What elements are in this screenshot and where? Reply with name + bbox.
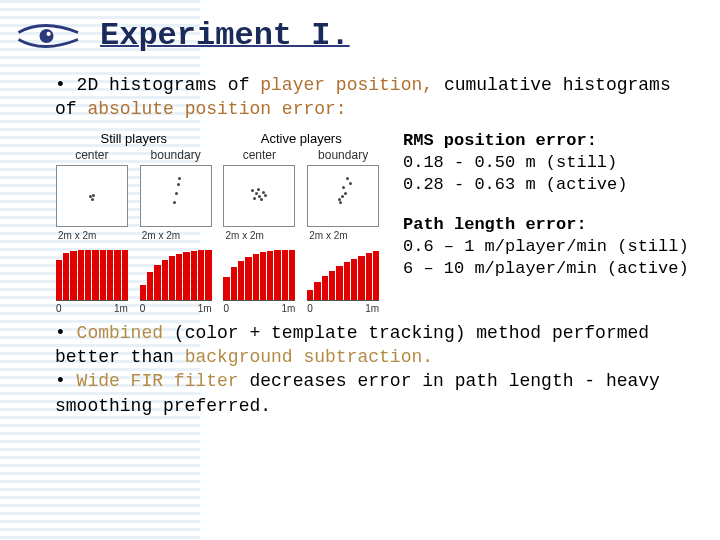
bar-chart: 01m [140,250,212,305]
data-point [257,188,260,191]
bar [198,250,204,300]
text-highlight: absolute position error: [87,99,346,119]
data-point [251,189,254,192]
tick-label: 1m [281,302,295,316]
bar-axis: 01m [307,300,379,316]
stats-text: RMS position error: 0.18 - 0.50 m (still… [385,130,689,299]
bar-cell: 01m [134,245,218,307]
bar [282,250,288,300]
bar [63,253,69,300]
bar [307,290,313,300]
bar [267,251,273,300]
bar [260,252,266,300]
svg-point-1 [47,32,51,36]
data-point [260,198,263,201]
bar [358,256,364,300]
axis-label: 2m x 2m [136,227,216,243]
data-point [175,192,178,195]
text-highlight: background subtraction. [174,347,433,367]
bar [351,259,357,300]
tick-label: 0 [307,302,313,316]
text-highlight: Combined [77,323,163,343]
data-point [346,177,349,180]
bar [245,257,251,300]
data-point [173,201,176,204]
bar [122,250,128,300]
bar [191,251,197,300]
bar [140,285,146,300]
tick-label: 1m [114,302,128,316]
data-point [253,197,256,200]
path-line: 0.6 – 1 m/player/min (still) [403,236,689,258]
slide-title: Experiment I. [100,17,350,54]
bar [238,261,244,300]
bar-axis: 01m [223,300,295,316]
text-highlight: Wide FIR filter [77,371,239,391]
axis-label: 2m x 2m [52,227,132,243]
text-highlight: player position, [260,75,433,95]
bar [366,253,372,300]
tick-label: 1m [198,302,212,316]
bar [85,250,91,300]
bar [92,250,98,300]
tick-label: 1m [365,302,379,316]
bar [56,260,62,300]
scatter-cell: 2m x 2m [301,163,385,245]
bar [100,250,106,300]
svg-point-0 [40,29,54,43]
bar [162,260,168,300]
bar [147,272,153,300]
axis-label: 2m x 2m [303,227,383,243]
data-point [92,194,95,197]
chart-panel: Still players Active players center boun… [50,130,385,307]
bar [183,252,189,300]
data-point [339,201,342,204]
tick-label: 0 [223,302,229,316]
axis-label: 2m x 2m [220,227,300,243]
bar [336,266,342,300]
text: • [55,323,77,343]
data-point [342,186,345,189]
bar [329,271,335,300]
chart-sub-label: boundary [301,147,385,163]
bar [223,277,229,300]
chart-sub-label: center [218,147,302,163]
bar [373,251,379,300]
rms-line: 0.18 - 0.50 m (still) [403,152,689,174]
chart-group-label: Active players [218,130,386,148]
bar [114,250,120,300]
path-header: Path length error: [403,214,689,236]
rms-line: 0.28 - 0.63 m (active) [403,174,689,196]
scatter-plot [307,165,379,227]
slide-header: Experiment I. [0,0,720,65]
bar-cell: 01m [218,245,302,307]
bar-chart: 01m [223,250,295,305]
data-point [177,183,180,186]
bullet-histograms: • 2D histograms of player position, cumu… [55,73,695,122]
bar-chart: 01m [307,250,379,305]
data-point [178,177,181,180]
bar-axis: 01m [56,300,128,316]
chart-sub-label: boundary [134,147,218,163]
data-point [264,194,267,197]
bar [274,250,280,300]
text: • [55,371,77,391]
data-point [349,182,352,185]
bar-cell: 01m [301,245,385,307]
scatter-cell: 2m x 2m [50,163,134,245]
data-point [341,195,344,198]
bar [322,276,328,300]
bar-axis: 01m [140,300,212,316]
bar [70,251,76,300]
scatter-cell: 2m x 2m [134,163,218,245]
eye-logo-icon [15,15,85,55]
bar [289,250,295,300]
chart-sub-label: center [50,147,134,163]
bar [231,267,237,300]
bar [78,250,84,300]
bar [169,256,175,300]
chart-group-label: Still players [50,130,218,148]
text: • 2D histograms of [55,75,249,95]
data-point [262,191,265,194]
tick-label: 0 [140,302,146,316]
